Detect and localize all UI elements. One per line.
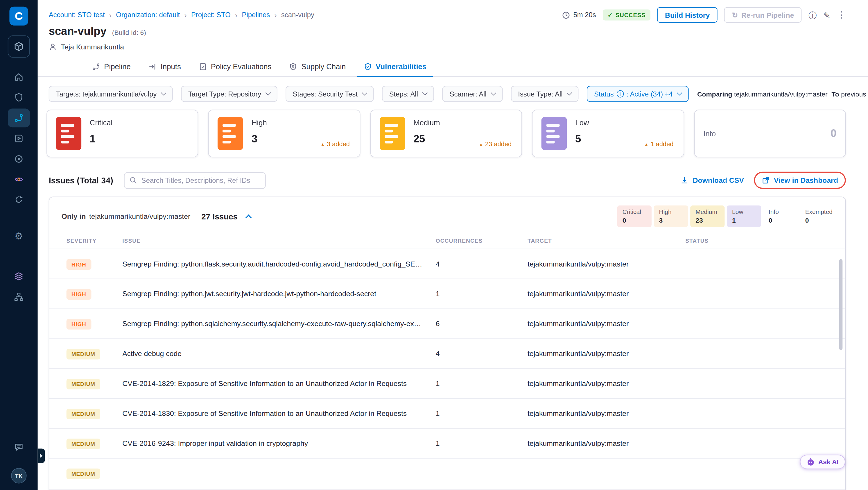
nav-org-chart-icon[interactable] (8, 287, 30, 306)
table-row[interactable]: HIGH Semgrep Finding: python.flask.secur… (50, 249, 845, 279)
nav-deployments-icon[interactable] (8, 150, 30, 169)
target-type-filter[interactable]: Target Type: Repository (181, 86, 277, 102)
tab-inputs-label: Inputs (161, 62, 181, 71)
group-issue-count: 27 Issues (201, 212, 237, 221)
rerun-pipeline-button[interactable]: ↻ Re-run Pipeline (724, 7, 802, 23)
pipeline-tab-icon (92, 62, 100, 71)
tab-policy-evaluations[interactable]: Policy Evaluations (192, 58, 278, 77)
tab-vulnerabilities[interactable]: Vulnerabilities (357, 58, 433, 77)
critical-severity-icon (56, 117, 81, 150)
nav-sto-eye-icon[interactable] (8, 170, 30, 189)
table-row[interactable]: HIGH Semgrep Finding: python.jwt.securit… (50, 279, 845, 309)
harness-logo-icon[interactable] (9, 7, 28, 26)
table-row[interactable]: MEDIUM Active debug code 4 tejakummariku… (50, 338, 845, 368)
issue-title[interactable]: Active debug code (122, 349, 436, 358)
issue-title[interactable]: CVE-2014-1830: Exposure of Sensitive Inf… (122, 409, 436, 418)
severity-badge: MEDIUM (66, 468, 100, 479)
project-selector-icon[interactable] (8, 35, 30, 58)
high-card[interactable]: High3 ▲3 added (208, 110, 360, 157)
issue-title[interactable]: Semgrep Finding: python.jwt.security.jwt… (122, 290, 436, 298)
table-scrollbar[interactable] (839, 259, 842, 350)
group-title: Only in tejakummarikuntla/vulpy:master 2… (62, 212, 251, 221)
issue-type-filter[interactable]: Issue Type: All (511, 86, 579, 102)
table-header-row: SEVERITY ISSUE OCCURRENCES TARGET STATUS (50, 232, 845, 248)
issue-title[interactable]: CVE-2016-9243: Improper input validation… (122, 439, 436, 448)
card-count: 5 (575, 133, 589, 145)
collapse-chevron-icon[interactable] (245, 214, 252, 221)
table-row[interactable]: MEDIUM CVE-2014-1829: Exposure of Sensit… (50, 368, 845, 398)
group-target: tejakummarikuntla/vulpy:master (89, 212, 190, 221)
clock-icon (562, 11, 570, 19)
nav-shield-scan-icon[interactable] (8, 88, 30, 107)
issue-target: tejakummarikuntla/vulpy:master (528, 320, 685, 328)
comparing-target: tejakummarikuntla/vulpy:master (734, 90, 828, 98)
edit-pencil-icon[interactable]: ✎ (823, 11, 830, 19)
added-indicator: ▲23 added (479, 141, 512, 147)
medium-card[interactable]: Medium25 ▲23 added (370, 110, 522, 157)
chat-icon[interactable] (8, 437, 30, 456)
triangle-up-icon: ▲ (479, 142, 483, 146)
occurrences-count: 1 (436, 409, 528, 418)
nav-pipelines-icon[interactable] (8, 109, 30, 127)
download-csv-button[interactable]: Download CSV (681, 176, 744, 185)
duration-value: 5m 20s (574, 11, 596, 19)
nav-home-icon[interactable] (8, 67, 30, 86)
nav-executions-icon[interactable] (8, 129, 30, 148)
breadcrumb-project[interactable]: Project: STO (191, 11, 231, 19)
status-filter[interactable]: Status i : Active (34) +4 (587, 86, 689, 102)
issue-title[interactable]: Semgrep Finding: python.flask.security.a… (122, 260, 436, 268)
sidebar-expand-handle[interactable] (38, 449, 45, 463)
supply-chain-tab-icon (289, 62, 298, 71)
chip-value: 0 (623, 216, 647, 224)
breadcrumb-pipelines[interactable]: Pipelines (242, 11, 270, 19)
sidebar-bottom: TK (8, 437, 30, 490)
download-csv-label: Download CSV (693, 176, 744, 185)
tab-policy-label: Policy Evaluations (211, 62, 272, 71)
ask-ai-button[interactable]: Ask AI (800, 455, 845, 469)
build-history-button[interactable]: Build History (657, 7, 717, 23)
search-input[interactable] (124, 172, 266, 189)
tab-pipeline[interactable]: Pipeline (85, 58, 137, 77)
info-icon[interactable]: ⓘ (808, 11, 817, 19)
low-card[interactable]: Low5 ▲1 added (532, 110, 684, 157)
card-label: Info (703, 129, 716, 138)
nav-gitops-icon[interactable] (8, 191, 30, 210)
kebab-menu-icon[interactable]: ⋮ (837, 10, 846, 19)
issue-title[interactable]: Semgrep Finding: python.sqlalchemy.secur… (122, 320, 436, 328)
table-row[interactable]: MEDIUM CVE-2014-1830: Exposure of Sensit… (50, 398, 845, 428)
issue-target: tejakummarikuntla/vulpy:master (528, 349, 685, 358)
triangle-up-icon: ▲ (644, 142, 648, 146)
issue-title[interactable]: CVE-2014-1829: Exposure of Sensitive Inf… (122, 379, 436, 388)
title-row: scan-vulpy (Build Id: 6) (38, 23, 868, 37)
occurrences-count: 1 (436, 379, 528, 388)
targets-filter[interactable]: Targets: tejakummarikuntla/vulpy (49, 86, 173, 102)
chevron-down-icon (491, 90, 496, 96)
added-count: 3 added (327, 141, 350, 147)
table-row[interactable]: MEDIUM CVE-2016-9243: Improper input val… (50, 428, 845, 458)
table-row[interactable]: HIGH Semgrep Finding: python.sqlalchemy.… (50, 308, 845, 338)
chevron-down-icon (677, 90, 682, 96)
severity-badge: HIGH (66, 319, 91, 329)
user-avatar[interactable]: TK (11, 468, 26, 483)
view-in-dashboard-button[interactable]: View in Dashboard (762, 176, 838, 185)
info-card[interactable]: Info 0 (694, 110, 846, 157)
stages-filter[interactable]: Stages: Security Test (285, 86, 374, 102)
refresh-icon: ↻ (732, 11, 738, 19)
issue-type-filter-label: Issue Type: All (518, 90, 562, 98)
critical-card[interactable]: Critical1 (46, 110, 198, 157)
tab-supply-chain[interactable]: Supply Chain (283, 58, 353, 77)
nav-settings-icon[interactable]: ⚙ (8, 226, 30, 245)
severity-badge: MEDIUM (66, 378, 100, 389)
tab-inputs[interactable]: Inputs (142, 58, 188, 77)
table-row[interactable]: MEDIUM (50, 458, 845, 488)
topbar: Account: STO test › Organization: defaul… (38, 0, 868, 23)
card-label: Low (575, 119, 589, 127)
breadcrumb-organization[interactable]: Organization: default (116, 11, 180, 19)
breadcrumb-account[interactable]: Account: STO test (49, 11, 105, 19)
scanner-filter[interactable]: Scanner: All (442, 86, 502, 102)
steps-filter[interactable]: Steps: All (382, 86, 434, 102)
author-name: Teja Kummarikuntla (61, 43, 124, 51)
steps-filter-label: Steps: All (389, 90, 418, 98)
external-link-icon (762, 176, 770, 185)
nav-module-layers-icon[interactable] (8, 267, 30, 286)
